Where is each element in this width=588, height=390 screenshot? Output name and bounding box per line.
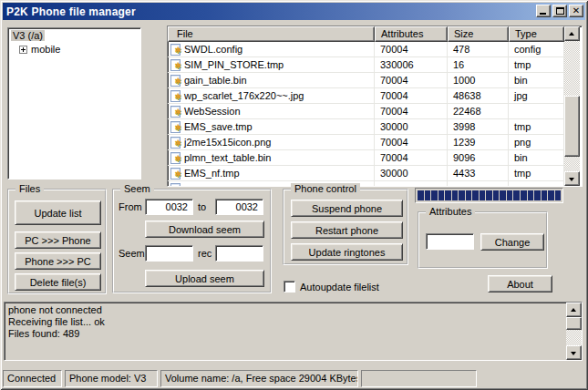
table-row[interactable]: gain_table.bin 70004 1000 bin [168,73,564,88]
about-button[interactable]: About [488,275,552,292]
file-size: 1000 [448,73,509,88]
file-list: File Attributes Size Type SWDL.config 70… [167,26,583,187]
rec-number-input[interactable] [215,245,263,262]
scrollbar-track[interactable] [566,317,582,345]
file-attributes: 30000 [375,166,448,181]
tree-child-label: mobile [31,44,60,55]
maximize-icon [556,7,564,15]
status-connection: Connected [3,370,62,387]
file-attributes: 70004 [375,73,448,88]
scroll-up-icon[interactable] [564,26,580,41]
scrollbar-track[interactable] [564,41,580,171]
from-label: From [119,201,142,212]
table-row[interactable]: WebSession 70004 22468 [168,104,564,119]
scrollbar-thumb[interactable] [566,317,582,330]
file-name: wp_scarlet_176x220~~.jpg [184,88,304,103]
log-line: Files found: 489 [8,328,562,340]
file-attributes: 330006 [375,57,448,73]
pc-to-phone-button[interactable]: PC >>> Phone [15,231,101,249]
title-bar[interactable]: P2K Phone file manager ✕ [3,3,585,20]
minimize-button[interactable] [536,5,551,17]
seem-number-input[interactable] [145,245,193,262]
table-row[interactable]: EMS_save.tmp 30000 3998 tmp [168,119,564,135]
file-icon [170,75,181,87]
file-name: plmn_text_table.bin [184,150,271,165]
suspend-phone-button[interactable]: Suspend phone [291,200,403,217]
file-name: EMS_nf.tmp [184,166,240,180]
autoupdate-filelist-option[interactable]: Autoupdate filelist [284,281,379,292]
files-group-title: Files [15,183,44,194]
file-name: SWDL.config [184,42,242,56]
file-size: 3998 [448,119,509,135]
rec-label: rec [198,248,211,259]
table-row[interactable]: EMS_nf.tmp 30000 4433 tmp [168,166,564,181]
scroll-up-icon[interactable] [566,303,582,317]
window-title: P2K Phone file manager [6,5,136,18]
table-row[interactable]: wp_scarlet_176x220~~.jpg 70004 48638 jpg [168,88,564,104]
file-attributes: 70004 [375,104,448,119]
log-text: phone not connected Receiving file list.… [5,303,566,360]
file-icon [170,183,181,187]
file-icon [170,59,181,71]
restart-phone-button[interactable]: Restart phone [291,221,403,239]
file-type: bin [509,150,564,166]
file-name: WebSession [184,104,241,118]
file-icon [170,121,181,133]
attributes-input[interactable] [426,233,474,250]
log-line: phone not connected [8,304,562,316]
file-size: 1239 [448,135,509,150]
phone-to-pc-button[interactable]: Phone >>> PC [15,252,101,270]
log-scrollbar[interactable] [566,303,582,360]
delete-files-button[interactable]: Delete file(s) [15,273,101,291]
files-group: Files Update list PC >>> Phone Phone >>>… [7,189,107,294]
scroll-down-icon[interactable] [564,171,580,186]
column-header-file[interactable]: File [168,26,375,42]
file-size: 9096 [448,150,509,166]
log-line: Receiving file list... ok [8,316,562,328]
file-icon [170,152,181,164]
table-row[interactable]: SIM_PIN_STORE.tmp 330006 16 tmp [168,57,564,73]
tree-root-label: V3 (/a) [11,30,45,41]
table-row[interactable]: j2me15x15icon.png 70004 1239 png [168,135,564,150]
file-size: 22468 [448,104,509,119]
scroll-down-icon[interactable] [566,345,582,360]
column-header-attributes[interactable]: Attributes [375,26,448,42]
table-row[interactable]: plmn_text_table.bin 70004 9096 bin [168,150,564,166]
seem-group-title: Seem [120,183,154,194]
seem-group: Seem From to Download seem Seem rec Uplo… [112,189,272,293]
file-type: config [509,42,564,57]
seem-from-input[interactable] [145,199,193,215]
log-panel: phone not connected Receiving file list.… [4,302,583,361]
file-type [509,104,564,119]
column-header-size[interactable]: Size [448,26,509,42]
table-row[interactable]: SWDL.config 70004 478 config [168,42,564,57]
seem-to-input[interactable] [215,199,263,215]
table-row-partial[interactable] [168,181,564,186]
maximize-button[interactable] [552,5,567,17]
update-list-button[interactable]: Update list [15,200,101,225]
file-icon [170,137,181,149]
close-icon: ✕ [570,5,583,16]
autoupdate-checkbox[interactable] [284,281,295,292]
column-header-type[interactable]: Type [509,26,564,42]
file-attributes: 70004 [375,42,448,57]
update-ringtones-button[interactable]: Update ringtones [291,243,403,261]
download-seem-button[interactable]: Download seem [145,221,264,238]
file-name: SIM_PIN_STORE.tmp [184,57,284,72]
tree-item-root[interactable]: V3 (/a) [11,30,45,41]
seem-label: Seem [119,248,145,259]
close-button[interactable]: ✕ [569,5,583,17]
phone-control-group: Phone control Suspend phone Restart phon… [283,189,408,265]
file-attributes: 30000 [375,119,448,135]
expand-plus-icon[interactable] [19,46,27,54]
tree-item-mobile[interactable]: mobile [19,44,140,55]
file-list-scrollbar[interactable] [564,26,580,186]
file-size: 4433 [448,166,509,181]
attributes-group: Attributes Change [418,211,548,269]
file-type: jpg [509,88,564,104]
file-icon [170,90,181,102]
to-label: to [198,201,206,212]
change-button[interactable]: Change [480,233,544,251]
scrollbar-thumb[interactable] [564,96,580,157]
upload-seem-button[interactable]: Upload seem [145,270,264,287]
